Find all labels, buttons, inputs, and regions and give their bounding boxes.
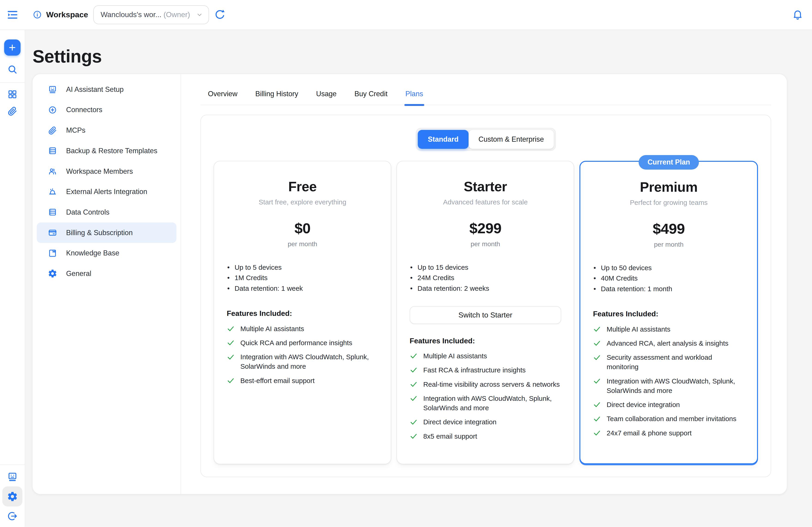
feature-text: Multiple AI assistants xyxy=(607,325,670,334)
sidebar-item-data-controls[interactable]: Data Controls xyxy=(37,202,176,223)
workspace-label: Workspace xyxy=(46,10,88,19)
feature-text: Team collaboration and member invitation… xyxy=(607,414,737,424)
sidebar-item-label: General xyxy=(66,270,91,278)
billing-tabs: Overview Billing History Usage Buy Credi… xyxy=(201,74,771,105)
tab-overview[interactable]: Overview xyxy=(208,90,237,105)
ai-assistant-icon[interactable] xyxy=(7,471,18,482)
settings-gear-icon[interactable] xyxy=(7,491,18,502)
feature-text: Real-time visibility across servers & ne… xyxy=(423,380,560,389)
plus-circle-icon xyxy=(48,105,57,115)
feature-item: Integration with AWS CloudWatch, Splunk,… xyxy=(593,377,744,395)
refresh-icon[interactable] xyxy=(214,9,226,20)
new-chat-button[interactable] xyxy=(4,40,20,56)
workspace-selector[interactable]: Wanclouds's wor... (Owner) xyxy=(93,5,209,24)
feature-text: 24x7 email & phone support xyxy=(607,428,692,438)
feature-item: Direct device integration xyxy=(410,417,561,427)
tab-plans[interactable]: Plans xyxy=(405,90,423,105)
feature-item: Integration with AWS CloudWatch, Splunk,… xyxy=(227,352,378,371)
chevron-down-icon xyxy=(196,11,203,18)
paperclip-icon xyxy=(48,126,57,135)
feature-item: Direct device integration xyxy=(593,400,744,409)
sidebar-item-ai-assistant-setup[interactable]: AI Assistant Setup xyxy=(37,79,176,100)
limit-item: 1M Credits xyxy=(227,272,378,283)
logout-icon[interactable] xyxy=(7,511,18,522)
switch-to-starter-button[interactable]: Switch to Starter xyxy=(410,306,561,324)
tab-usage[interactable]: Usage xyxy=(316,90,337,105)
plan-limits: Up to 5 devices 1M Credits Data retentio… xyxy=(227,262,378,293)
feature-text: Multiple AI assistants xyxy=(423,351,487,361)
sidebar-item-mcps[interactable]: MCPs xyxy=(37,120,176,141)
check-icon xyxy=(593,401,601,408)
check-icon xyxy=(593,325,601,333)
sidebar-item-billing-subscription[interactable]: Billing & Subscription xyxy=(37,223,176,243)
users-icon xyxy=(48,167,57,176)
check-icon xyxy=(410,380,418,388)
left-rail xyxy=(0,30,25,527)
credit-card-icon xyxy=(48,228,57,238)
feature-text: Best-effort email support xyxy=(241,376,315,386)
top-bar: Workspace Wanclouds's wor... (Owner) xyxy=(0,0,812,30)
feature-item: 8x5 email support xyxy=(410,432,561,441)
feature-item: Multiple AI assistants xyxy=(410,351,561,361)
gear-icon xyxy=(48,269,57,278)
main-area: Settings AI Assistant Setup Connect xyxy=(25,30,812,527)
features-heading: Features Included: xyxy=(227,309,378,318)
plan-tagline: Advanced features for scale xyxy=(410,198,561,206)
plan-features: Multiple AI assistants Quick RCA and per… xyxy=(227,324,378,386)
plan-price: $499 xyxy=(593,220,744,237)
plan-name: Starter xyxy=(410,179,561,195)
feature-text: Direct device integration xyxy=(607,400,680,409)
workspace-selector-role: (Owner) xyxy=(163,10,194,19)
sidebar-item-connectors[interactable]: Connectors xyxy=(37,100,176,120)
sidebar-item-backup-restore-templates[interactable]: Backup & Restore Templates xyxy=(37,140,176,161)
feature-item: Multiple AI assistants xyxy=(227,324,378,334)
settings-panel: AI Assistant Setup Connectors MCPs xyxy=(32,74,787,495)
check-icon xyxy=(410,366,418,374)
sidebar-item-label: MCPs xyxy=(66,126,85,135)
limit-item: Up to 50 devices xyxy=(593,262,744,273)
feature-text: 8x5 email support xyxy=(423,432,477,441)
plan-tagline: Perfect for growing teams xyxy=(593,199,744,207)
check-icon xyxy=(593,415,601,423)
notifications-bell-icon[interactable] xyxy=(792,9,803,20)
feature-item: Fast RCA & infrastructure insights xyxy=(410,365,561,375)
feature-item: Multiple AI assistants xyxy=(593,325,744,334)
sidebar-item-label: Knowledge Base xyxy=(66,249,119,257)
tab-buy-credit[interactable]: Buy Credit xyxy=(354,90,388,105)
sidebar-item-label: Connectors xyxy=(66,106,102,114)
plan-period: per month xyxy=(593,241,744,248)
feature-text: Integration with AWS CloudWatch, Splunk,… xyxy=(423,394,561,413)
server-icon xyxy=(48,208,57,217)
feature-item: 24x7 email & phone support xyxy=(593,428,744,438)
plan-card-free: Free Start free, explore everything $0 p… xyxy=(214,161,391,464)
plan-period: per month xyxy=(410,240,561,248)
apps-grid-icon[interactable] xyxy=(7,89,17,100)
check-icon xyxy=(410,394,418,402)
plan-features: Multiple AI assistants Advanced RCA, ale… xyxy=(593,325,744,438)
plan-price: $0 xyxy=(227,220,378,237)
sidebar-item-external-alerts-integration[interactable]: External Alerts Integration xyxy=(37,182,176,202)
toggle-custom-enterprise-button[interactable]: Custom & Enterprise xyxy=(468,130,554,149)
feature-item: Team collaboration and member invitation… xyxy=(593,414,744,424)
server-icon xyxy=(48,146,57,155)
sidebar-item-knowledge-base[interactable]: Knowledge Base xyxy=(37,243,176,264)
sidebar-item-label: Billing & Subscription xyxy=(66,229,133,237)
mcp-paperclip-icon[interactable] xyxy=(7,106,17,116)
sidebar-item-label: External Alerts Integration xyxy=(66,187,147,196)
check-icon xyxy=(410,418,418,426)
limit-item: Up to 15 devices xyxy=(410,262,561,272)
feature-text: Integration with AWS CloudWatch, Splunk,… xyxy=(607,377,744,395)
settings-rail-active xyxy=(2,486,22,506)
feature-text: Fast RCA & infrastructure insights xyxy=(423,365,526,375)
search-icon[interactable] xyxy=(7,64,18,75)
feature-text: Security assessment and workload monitor… xyxy=(607,353,744,372)
sidebar-item-label: AI Assistant Setup xyxy=(66,85,124,94)
plan-name: Free xyxy=(227,179,378,195)
sidebar-item-workspace-members[interactable]: Workspace Members xyxy=(37,161,176,182)
sidebar-item-general[interactable]: General xyxy=(37,264,176,284)
sidebar-toggle-icon[interactable] xyxy=(6,9,18,21)
feature-text: Quick RCA and performance insights xyxy=(241,338,352,348)
plan-features: Multiple AI assistants Fast RCA & infras… xyxy=(410,351,561,441)
tab-billing-history[interactable]: Billing History xyxy=(256,90,299,105)
toggle-standard-button[interactable]: Standard xyxy=(418,130,468,149)
